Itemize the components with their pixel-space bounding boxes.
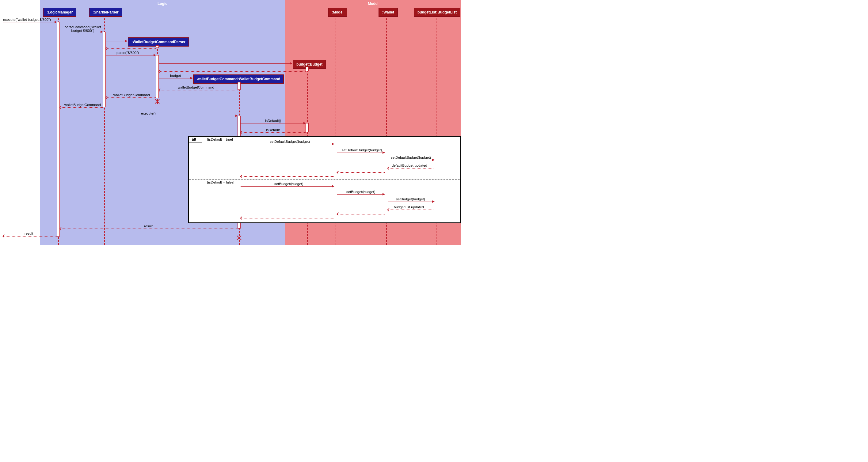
participant-budget: budget:Budget bbox=[293, 60, 326, 69]
alt-divider bbox=[189, 179, 460, 180]
label-parse: parse("$/800") bbox=[117, 51, 139, 55]
label-return-wbc3: walletBudgetCommand bbox=[64, 103, 101, 107]
msg-return-wbc-parse bbox=[159, 90, 238, 90]
label-budget: budget bbox=[170, 74, 181, 77]
label-setdefault-wallet: setDefaultBudget(budget) bbox=[342, 148, 382, 152]
msg-parse bbox=[106, 55, 156, 56]
msg-result-lm bbox=[60, 229, 238, 229]
destroy-wbcp bbox=[155, 99, 160, 104]
msg-execute bbox=[60, 116, 238, 116]
label-setbudget-model: setBudget(budget) bbox=[274, 182, 304, 186]
msg-setbudget-wallet bbox=[337, 194, 385, 195]
activation-wbcp-create bbox=[156, 45, 159, 48]
msg-setdefault-model bbox=[241, 144, 334, 144]
msg-return-model-default bbox=[241, 176, 334, 177]
msg-return-wbcp bbox=[106, 48, 156, 49]
label-return-wbc1: walletBudgetCommand bbox=[178, 86, 214, 89]
alt-guard-false: [isDefault = false] bbox=[207, 180, 235, 184]
activation-wbcp-parse bbox=[156, 55, 159, 98]
activation-wbc-create bbox=[238, 82, 241, 90]
sequence-diagram: Logic Model :LogicManager :SharkieParser… bbox=[0, 0, 462, 245]
msg-setdefault-bl bbox=[388, 160, 434, 160]
activation-budget-isdefault bbox=[306, 123, 309, 132]
label-setdefault-model: setDefaultBudget(budget) bbox=[270, 140, 310, 143]
msg-return-wbc-sharkie bbox=[106, 97, 156, 98]
msg-return-wallet-default bbox=[337, 172, 385, 173]
msg-setbudget-model bbox=[241, 186, 334, 187]
msg-return-wbc-lm bbox=[60, 107, 103, 108]
label-return-wbc2: walletBudgetCommand bbox=[114, 93, 150, 97]
label-setbudget-bl: setBudget(budget) bbox=[396, 197, 425, 201]
region-logic-title: Logic bbox=[40, 0, 285, 7]
msg-create-wbcp bbox=[106, 41, 127, 41]
participant-budgetlist: budgetList:BudgetList bbox=[414, 8, 460, 17]
destroy-wbc bbox=[237, 235, 242, 240]
msg-result-out bbox=[3, 236, 57, 236]
alt-guard-true: [isDefault = true] bbox=[207, 138, 233, 141]
label-setbudget-wallet: setBudget(budget) bbox=[346, 190, 375, 194]
label-parsecommand: parseCommand("wallet budget $/800") bbox=[63, 25, 103, 32]
participant-sharkieparser: :SharkieParser bbox=[89, 8, 122, 17]
msg-isdefault bbox=[241, 123, 306, 124]
activation-sharkieparser bbox=[103, 32, 106, 107]
label-result2: result bbox=[25, 232, 33, 235]
msg-return-defaultupdated bbox=[388, 168, 434, 168]
activation-budget bbox=[306, 67, 309, 71]
label-result1: result bbox=[144, 224, 153, 228]
msg-return-budget-create bbox=[159, 71, 306, 72]
msg-return-blupdated bbox=[388, 209, 434, 210]
label-return-isdefault: isDefault bbox=[266, 128, 280, 132]
participant-wallet: :Wallet bbox=[378, 8, 398, 17]
msg-setdefault-wallet bbox=[337, 153, 385, 153]
region-model-title: Model bbox=[285, 0, 461, 7]
participant-logicmanager: :LogicManager bbox=[43, 8, 76, 17]
msg-return-isdefault bbox=[241, 132, 306, 133]
msg-return-model-setbudget bbox=[241, 218, 334, 219]
participant-model: :Model bbox=[328, 8, 347, 17]
msg-create-budget bbox=[159, 63, 292, 64]
msg-return-wallet-setbudget bbox=[337, 214, 385, 214]
label-setdefault-bl: setDefaultBudget(budget) bbox=[391, 156, 431, 159]
msg-setbudget-bl bbox=[388, 202, 434, 202]
msg-budget-create-wbc bbox=[159, 78, 192, 78]
label-defaultupdated: defaultBudget updated bbox=[392, 164, 427, 167]
activation-logicmanager bbox=[57, 22, 60, 236]
label-blupdated: budgetList updated bbox=[394, 205, 424, 209]
label-execute-in: execute("wallet budget $/800") bbox=[3, 18, 51, 22]
label-execute: execute() bbox=[141, 111, 156, 115]
label-isdefault: isDefault() bbox=[265, 119, 281, 123]
alt-header: alt bbox=[189, 137, 204, 142]
